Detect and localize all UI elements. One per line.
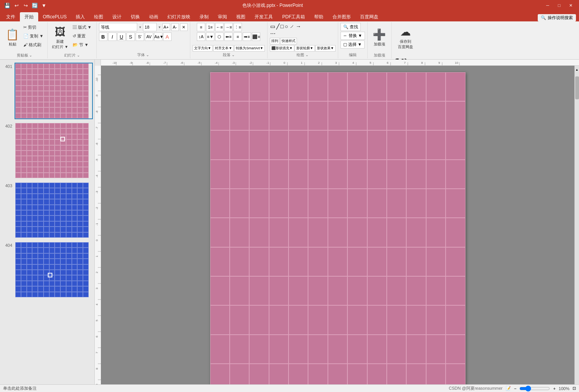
- underline-button[interactable]: U: [117, 32, 126, 41]
- grid-cell[interactable]: [230, 305, 249, 334]
- grid-cell[interactable]: [347, 189, 367, 218]
- grid-cell[interactable]: [426, 364, 446, 384]
- grid-cell[interactable]: [249, 218, 269, 247]
- slide-thumb-401[interactable]: [15, 63, 93, 119]
- grid-cell[interactable]: [289, 276, 308, 305]
- grid-cell[interactable]: [387, 218, 406, 247]
- grid-cell[interactable]: [347, 335, 367, 364]
- grid-cell[interactable]: [230, 72, 249, 101]
- grid-cell[interactable]: [269, 189, 289, 218]
- shape-rect-icon[interactable]: ▭: [270, 23, 276, 30]
- slide-thumb-402[interactable]: [15, 122, 93, 179]
- grid-cell[interactable]: [289, 160, 308, 189]
- grid-cell[interactable]: [446, 218, 465, 247]
- copy-button[interactable]: 📄 复制 ▼: [22, 32, 45, 40]
- tab-transition[interactable]: 切换: [126, 12, 144, 21]
- grid-cell[interactable]: [367, 218, 387, 247]
- grid-cell[interactable]: [210, 364, 230, 384]
- grid-cell[interactable]: [289, 364, 308, 384]
- grid-cell[interactable]: [249, 276, 269, 305]
- grid-cell[interactable]: [328, 335, 347, 364]
- shape-ellipse-icon[interactable]: ○: [284, 23, 288, 30]
- grid-cell[interactable]: [269, 305, 289, 334]
- zoom-in-button[interactable]: +: [553, 386, 555, 391]
- search-operations-button[interactable]: 🔍 操作说明搜索: [538, 14, 576, 21]
- slide-canvas-area[interactable]: [101, 66, 574, 384]
- char-spacing-button[interactable]: AV: [145, 32, 153, 41]
- grid-cell[interactable]: [230, 101, 249, 130]
- tab-help[interactable]: 帮助: [310, 12, 328, 21]
- grid-cell[interactable]: [446, 160, 465, 189]
- quick-styles-button[interactable]: 快速样式: [280, 38, 297, 44]
- grid-cell[interactable]: [249, 72, 269, 101]
- grid-cell[interactable]: [289, 101, 308, 130]
- grid-cell[interactable]: [308, 72, 328, 101]
- decrease-font-button[interactable]: A-: [171, 23, 179, 31]
- shape-line2-icon[interactable]: ⟋: [289, 23, 295, 30]
- text-direction-button[interactable]: ↕A: [197, 32, 205, 41]
- grid-cell[interactable]: [387, 247, 406, 276]
- font-name-dropdown[interactable]: ▼: [139, 26, 142, 29]
- font-name-input[interactable]: [99, 23, 137, 31]
- slide-item-402[interactable]: 402: [2, 122, 93, 179]
- grid-cell[interactable]: [308, 130, 328, 159]
- tab-start[interactable]: 开始: [20, 12, 38, 21]
- grid-cell[interactable]: [347, 305, 367, 334]
- paste-button[interactable]: 📋 粘贴: [4, 23, 21, 52]
- grid-cell[interactable]: [308, 305, 328, 334]
- grid-cell[interactable]: [289, 218, 308, 247]
- grid-cell[interactable]: [210, 72, 230, 101]
- slide-thumb-403[interactable]: [15, 182, 93, 238]
- grid-cell[interactable]: [230, 160, 249, 189]
- replace-button[interactable]: ↔ 替换 ▼: [341, 32, 365, 40]
- grid-cell[interactable]: [210, 335, 230, 364]
- grid-cell[interactable]: [308, 276, 328, 305]
- shape-rect2-icon[interactable]: □: [280, 23, 284, 30]
- grid-cell[interactable]: [328, 101, 347, 130]
- grid-cell[interactable]: [308, 101, 328, 130]
- grid-cell[interactable]: [446, 305, 465, 334]
- grid-cell[interactable]: [406, 218, 426, 247]
- grid-cell[interactable]: [210, 247, 230, 276]
- tab-design[interactable]: 设计: [108, 12, 126, 21]
- grid-cell[interactable]: [230, 247, 249, 276]
- grid-cell[interactable]: [387, 189, 406, 218]
- zoom-slider[interactable]: [519, 386, 550, 392]
- tab-animation[interactable]: 动画: [144, 12, 163, 21]
- grid-cell[interactable]: [347, 72, 367, 101]
- slide-item-404[interactable]: 404: [2, 241, 93, 298]
- grid-cell[interactable]: [269, 335, 289, 364]
- tab-pdf[interactable]: PDF工具箱: [277, 12, 310, 21]
- grid-cell[interactable]: [426, 335, 446, 364]
- grid-cell[interactable]: [289, 72, 308, 101]
- grid-cell[interactable]: [249, 335, 269, 364]
- shape-effect-button[interactable]: 形状效果▼: [315, 45, 336, 52]
- font-size-input[interactable]: [143, 23, 157, 31]
- grid-cell[interactable]: [367, 72, 387, 101]
- grid-cell[interactable]: [289, 335, 308, 364]
- grid-cell[interactable]: [367, 335, 387, 364]
- grid-cell[interactable]: [230, 276, 249, 305]
- scroll-up-button[interactable]: ▲: [575, 66, 579, 73]
- grid-cell[interactable]: [367, 101, 387, 130]
- grid-cell[interactable]: [387, 364, 406, 384]
- grid-cell[interactable]: [406, 130, 426, 159]
- new-slide-button[interactable]: 🖼 新建幻灯片 ▼: [50, 23, 70, 52]
- smartart-button[interactable]: ⬡: [215, 32, 224, 41]
- grid-cell[interactable]: [210, 276, 230, 305]
- grid-cell[interactable]: [230, 364, 249, 384]
- grid-cell[interactable]: [406, 305, 426, 334]
- grid-cell[interactable]: [406, 247, 426, 276]
- tab-slideshow[interactable]: 幻灯片放映: [163, 12, 195, 21]
- col-button[interactable]: ⋮≡: [234, 23, 242, 31]
- grid-cell[interactable]: [289, 130, 308, 159]
- cut-button[interactable]: ✂ 剪切: [22, 23, 45, 31]
- grid-cell[interactable]: [269, 72, 289, 101]
- grid-cell[interactable]: [387, 130, 406, 159]
- grid-cell[interactable]: [367, 305, 387, 334]
- grid-cell[interactable]: [249, 305, 269, 334]
- align-left-button[interactable]: ⬅≡: [224, 32, 233, 41]
- tab-draw[interactable]: 绘图: [89, 12, 108, 21]
- grid-cell[interactable]: [230, 335, 249, 364]
- align-text-toggle[interactable]: 对齐文本▼: [213, 45, 234, 52]
